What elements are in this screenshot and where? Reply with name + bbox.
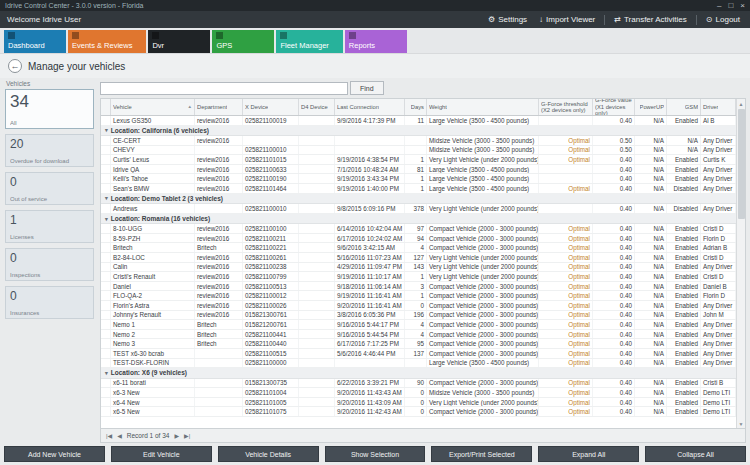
table-row[interactable]: Nemo 2Britech0258211004419/16/2016 5:44:… [101, 330, 736, 340]
find-button[interactable]: Find [350, 81, 384, 95]
collapse-all-button[interactable]: Collapse All [645, 446, 746, 462]
scroll-down-icon[interactable]: ▼ [739, 419, 744, 428]
close-button[interactable]: × [740, 2, 745, 10]
cell-days: 196 [405, 311, 427, 320]
nav-last-button[interactable]: ▶| [184, 432, 190, 439]
table-row[interactable]: Calinreview20160258211002384/29/2016 11:… [101, 263, 736, 273]
edit-vehicle-button[interactable]: Edit Vehicle [111, 446, 212, 462]
cell-gsm: Enabled [667, 311, 701, 320]
cell-powerup: N/A [635, 234, 667, 243]
power-icon: ⊙ [706, 15, 713, 24]
cell-g-force-threshold: Optimal [539, 155, 593, 164]
table-row[interactable]: Nemo 3Britech0258211004406/17/2016 7:17:… [101, 339, 736, 349]
column-header-d4-device[interactable]: D4 Device [299, 99, 335, 115]
table-row[interactable]: x6-3 New0258211010049/20/2016 11:43:43 A… [101, 388, 736, 398]
cell-weight: Compact Vehicle (2000 - 3000 pounds) [427, 320, 539, 329]
table-row[interactable]: 8-10-UGGreview20160258211001006/14/2016 … [101, 224, 736, 234]
logout-button[interactable]: ⊙Logout [703, 14, 743, 25]
vehicle-details-button[interactable]: Vehicle Details [218, 446, 319, 462]
nav-next-button[interactable]: ▶ [174, 432, 179, 439]
vertical-scrollbar[interactable]: ▲ ▼ [736, 99, 745, 428]
table-row[interactable]: TEST-DSK-FLORIN025821100000Large Vehicle… [101, 359, 736, 369]
search-input[interactable] [100, 82, 348, 95]
tab-events-reviews[interactable]: Events & Reviews [68, 30, 146, 53]
cell-last-connection: 6/17/2016 10:24:02 AM [335, 234, 405, 243]
cell-weight: Large Vehicle (3500 - 4500 pounds) [427, 184, 539, 193]
stat-label: All [10, 120, 89, 126]
table-row[interactable]: Nemo 1Britech0158212007619/16/2016 5:44:… [101, 320, 736, 330]
vehicle-filter-overdue-for-download[interactable]: 20Overdue for download [5, 134, 94, 167]
back-button[interactable]: ← [8, 59, 22, 73]
table-row[interactable]: Andrews0258211000109/8/2015 6:09:16 PM37… [101, 204, 736, 214]
column-header-department[interactable]: Department [195, 99, 243, 115]
nav-prev-button[interactable]: ◀ [117, 432, 122, 439]
vehicle-filter-licenses[interactable]: 1Licenses [5, 210, 94, 243]
column-header-g-force-threshold[interactable]: G-Force threshold (X2 devices only) [539, 99, 593, 115]
column-header-last-connection[interactable]: Last Connection [335, 99, 405, 115]
transfer-activities-button[interactable]: ⇄Transfer Activities [611, 14, 690, 25]
minimize-button[interactable]: – [717, 2, 721, 10]
group-row[interactable]: ▾Location: X6 (9 vehicles) [101, 368, 736, 379]
nav-first-button[interactable]: |◀ [106, 432, 112, 439]
table-row[interactable]: BritechBritech0258211002219/6/2016 3:42:… [101, 243, 736, 253]
scrollbar-thumb[interactable] [738, 109, 745, 219]
add-new-vehicle-button[interactable]: Add New Vehicle [4, 446, 105, 462]
tab-reports[interactable]: Reports [345, 30, 407, 53]
column-header-gsm[interactable]: GSM [667, 99, 701, 115]
cell-g-force-threshold: Optimal [539, 224, 593, 233]
cell-department: review2016 [195, 263, 243, 272]
table-row[interactable]: Sean's BMWreview20160258211014649/19/201… [101, 184, 736, 194]
table-row[interactable]: Danielreview20160258211005139/18/2016 11… [101, 282, 736, 292]
settings-button[interactable]: ⚙Settings [485, 14, 530, 25]
table-row[interactable]: Idrive QAreview20160258211006337/1/2016 … [101, 165, 736, 175]
table-row[interactable]: x6-4 New0258211010059/20/2016 11:43:09 A… [101, 398, 736, 408]
grid-inner: Vehicle▲DepartmentX DeviceD4 DeviceLast … [101, 99, 736, 428]
column-header-g-force-value[interactable]: G-Force value (X1 devices only) [593, 99, 635, 115]
cell-g-force-threshold: Optimal [539, 282, 593, 291]
table-row[interactable]: CHEVY025821100010Midsize Vehicle (3000 -… [101, 146, 736, 156]
table-row[interactable]: 8-59-PZHreview20160258211002116/17/2016 … [101, 234, 736, 244]
group-row[interactable]: ▾Location: Romania (16 vehicles) [101, 214, 736, 225]
table-row[interactable]: Curtis' Lexusreview20160258211010159/19/… [101, 155, 736, 165]
table-row[interactable]: Florin's Astrareview20160258211000269/20… [101, 301, 736, 311]
column-header-powerup[interactable]: PowerUP [635, 99, 667, 115]
column-header-driver[interactable]: Driver [701, 99, 736, 115]
table-row[interactable]: FLO-QA-2review20160258211000129/19/2016 … [101, 291, 736, 301]
cell-g-force-value: 0.40 [593, 398, 635, 407]
cell-g-force-value: 0.40 [593, 320, 635, 329]
page-title: Manage your vehicles [28, 61, 125, 72]
tab-fleet-manager[interactable]: Fleet Manager [276, 30, 342, 53]
table-row[interactable]: Lexus GS350review20160258211000199/9/201… [101, 116, 736, 126]
show-selection-button[interactable]: Show Selection [325, 446, 426, 462]
tab-dashboard[interactable]: Dashboard [4, 30, 66, 53]
table-row[interactable]: Kelli's Tahoereview20160258211001909/19/… [101, 174, 736, 184]
table-row[interactable]: B2-84-LOCreview20160258211002615/16/2016… [101, 253, 736, 263]
table-row[interactable]: TEST x6-30 bcrab0258211005155/6/2016 4:4… [101, 349, 736, 359]
table-row[interactable]: x6-11 borati0158213007356/22/2016 3:39:2… [101, 379, 736, 389]
column-header-vehicle[interactable]: Vehicle▲ [111, 99, 195, 115]
column-header-days[interactable]: Days [405, 99, 427, 115]
table-row[interactable]: CE-CERTreview2016Midsize Vehicle (3000 -… [101, 136, 736, 146]
vehicle-filter-insurances[interactable]: 0Insurances [5, 286, 94, 319]
cell-weight: Compact Vehicle (2000 - 3000 pounds) [427, 224, 539, 233]
column-header-x-device[interactable]: X Device [243, 99, 299, 115]
table-row[interactable]: Cristi's Renaultreview20160258211007999/… [101, 272, 736, 282]
tab-dvr[interactable]: Dvr [148, 30, 210, 53]
vehicle-filter-all[interactable]: 34All [5, 89, 94, 129]
export-print-selected-button[interactable]: Export/Print Selected [431, 446, 532, 462]
vehicle-filter-inspections[interactable]: 0Inspections [5, 248, 94, 281]
vehicle-filter-out-of-service[interactable]: 0Out of service [5, 172, 94, 205]
row-indent [101, 224, 111, 233]
import-viewer-button[interactable]: ↓Import Viewer [536, 14, 598, 25]
maximize-button[interactable]: □ [728, 2, 733, 10]
group-row[interactable]: ▾Location: California (6 vehicles) [101, 126, 736, 137]
row-indent [101, 398, 111, 407]
table-row[interactable]: Johnny's Renaultreview20160158213007613/… [101, 311, 736, 321]
group-row[interactable]: ▾Location: Demo Tablet 2 (3 vehicles) [101, 194, 736, 205]
scroll-up-icon[interactable]: ▲ [739, 99, 744, 108]
column-header-weight[interactable]: Weight [427, 99, 539, 115]
expand-all-button[interactable]: Expand All [538, 446, 639, 462]
tab-gps[interactable]: GPS [212, 30, 274, 53]
cell-g-force-threshold [539, 116, 593, 125]
table-row[interactable]: x6-5 New0258211010759/20/2016 11:42:43 A… [101, 407, 736, 417]
